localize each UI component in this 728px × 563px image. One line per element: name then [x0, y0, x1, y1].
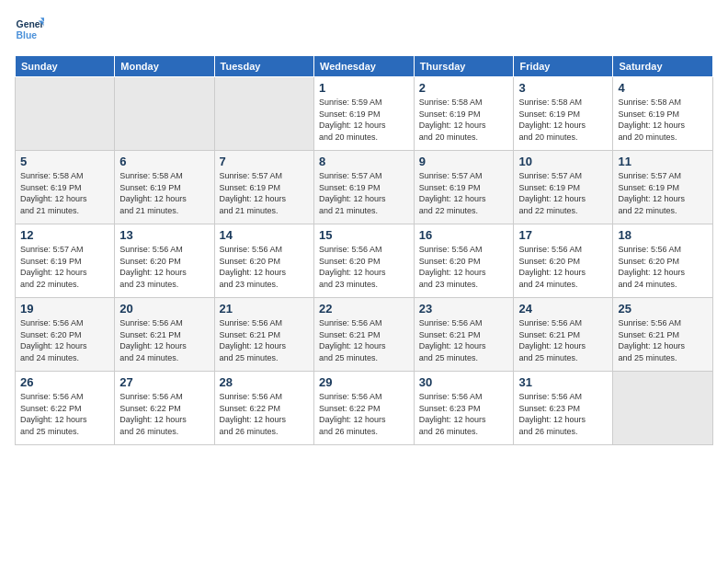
header-cell-tuesday: Tuesday	[214, 56, 313, 77]
day-detail: Sunrise: 5:56 AM Sunset: 6:21 PM Dayligh…	[518, 317, 608, 363]
day-number: 21	[220, 302, 309, 316]
day-cell: 20Sunrise: 5:56 AM Sunset: 6:21 PM Dayli…	[115, 298, 214, 372]
day-detail: Sunrise: 5:56 AM Sunset: 6:20 PM Dayligh…	[319, 244, 409, 290]
day-detail: Sunrise: 5:57 AM Sunset: 6:19 PM Dayligh…	[419, 170, 509, 216]
header-cell-monday: Monday	[115, 56, 214, 77]
day-cell: 6Sunrise: 5:58 AM Sunset: 6:19 PM Daylig…	[115, 151, 214, 224]
day-detail: Sunrise: 5:57 AM Sunset: 6:19 PM Dayligh…	[618, 170, 708, 216]
day-number: 28	[220, 375, 309, 389]
day-cell: 16Sunrise: 5:56 AM Sunset: 6:20 PM Dayli…	[414, 224, 514, 298]
day-cell: 23Sunrise: 5:56 AM Sunset: 6:21 PM Dayli…	[414, 298, 514, 372]
day-cell: 18Sunrise: 5:56 AM Sunset: 6:20 PM Dayli…	[613, 224, 713, 298]
day-number: 5	[20, 155, 109, 168]
day-detail: Sunrise: 5:57 AM Sunset: 6:19 PM Dayligh…	[518, 170, 608, 216]
day-detail: Sunrise: 5:58 AM Sunset: 6:19 PM Dayligh…	[518, 97, 608, 143]
logo: General Blue	[15, 15, 44, 44]
day-detail: Sunrise: 5:56 AM Sunset: 6:20 PM Dayligh…	[419, 244, 509, 290]
day-number: 31	[518, 375, 608, 389]
day-number: 2	[419, 81, 509, 95]
day-cell: 3Sunrise: 5:58 AM Sunset: 6:19 PM Daylig…	[514, 77, 613, 151]
day-cell: 22Sunrise: 5:56 AM Sunset: 6:21 PM Dayli…	[313, 298, 414, 372]
day-detail: Sunrise: 5:57 AM Sunset: 6:19 PM Dayligh…	[220, 170, 309, 216]
day-cell: 25Sunrise: 5:56 AM Sunset: 6:21 PM Dayli…	[613, 298, 713, 372]
day-number: 6	[119, 155, 209, 168]
week-row-3: 12Sunrise: 5:57 AM Sunset: 6:19 PM Dayli…	[16, 224, 713, 298]
week-row-2: 5Sunrise: 5:58 AM Sunset: 6:19 PM Daylig…	[16, 151, 713, 224]
day-detail: Sunrise: 5:58 AM Sunset: 6:19 PM Dayligh…	[618, 97, 708, 143]
day-cell: 15Sunrise: 5:56 AM Sunset: 6:20 PM Dayli…	[313, 224, 414, 298]
day-cell: 9Sunrise: 5:57 AM Sunset: 6:19 PM Daylig…	[414, 151, 514, 224]
day-detail: Sunrise: 5:56 AM Sunset: 6:22 PM Dayligh…	[119, 391, 209, 437]
day-cell: 10Sunrise: 5:57 AM Sunset: 6:19 PM Dayli…	[514, 151, 613, 224]
day-cell: 21Sunrise: 5:56 AM Sunset: 6:21 PM Dayli…	[214, 298, 313, 372]
svg-text:Blue: Blue	[17, 30, 38, 40]
day-detail: Sunrise: 5:58 AM Sunset: 6:19 PM Dayligh…	[419, 97, 509, 143]
day-number: 30	[419, 375, 509, 389]
day-number: 16	[419, 228, 509, 242]
day-detail: Sunrise: 5:56 AM Sunset: 6:23 PM Dayligh…	[518, 391, 608, 437]
header-cell-sunday: Sunday	[16, 56, 115, 77]
day-cell: 29Sunrise: 5:56 AM Sunset: 6:22 PM Dayli…	[313, 372, 414, 445]
day-cell: 14Sunrise: 5:56 AM Sunset: 6:20 PM Dayli…	[214, 224, 313, 298]
day-number: 14	[220, 228, 309, 242]
day-detail: Sunrise: 5:56 AM Sunset: 6:20 PM Dayligh…	[220, 244, 309, 290]
day-detail: Sunrise: 5:56 AM Sunset: 6:21 PM Dayligh…	[220, 317, 309, 363]
week-row-1: 1Sunrise: 5:59 AM Sunset: 6:19 PM Daylig…	[16, 77, 713, 151]
day-cell: 8Sunrise: 5:57 AM Sunset: 6:19 PM Daylig…	[313, 151, 414, 224]
day-number: 24	[518, 302, 608, 316]
day-detail: Sunrise: 5:56 AM Sunset: 6:20 PM Dayligh…	[518, 244, 608, 290]
day-cell: 7Sunrise: 5:57 AM Sunset: 6:19 PM Daylig…	[214, 151, 313, 224]
day-cell: 28Sunrise: 5:56 AM Sunset: 6:22 PM Dayli…	[214, 372, 313, 445]
day-number: 10	[518, 155, 608, 168]
header-cell-wednesday: Wednesday	[313, 56, 414, 77]
day-number: 29	[319, 375, 409, 389]
day-cell: 4Sunrise: 5:58 AM Sunset: 6:19 PM Daylig…	[613, 77, 713, 151]
day-number: 8	[319, 155, 409, 168]
week-row-5: 26Sunrise: 5:56 AM Sunset: 6:22 PM Dayli…	[16, 372, 713, 445]
day-cell: 11Sunrise: 5:57 AM Sunset: 6:19 PM Dayli…	[613, 151, 713, 224]
day-number: 9	[419, 155, 509, 168]
day-detail: Sunrise: 5:56 AM Sunset: 6:20 PM Dayligh…	[20, 317, 109, 363]
header-row: SundayMondayTuesdayWednesdayThursdayFrid…	[16, 56, 713, 77]
day-cell: 2Sunrise: 5:58 AM Sunset: 6:19 PM Daylig…	[414, 77, 514, 151]
day-number: 26	[20, 375, 109, 389]
day-detail: Sunrise: 5:56 AM Sunset: 6:22 PM Dayligh…	[319, 391, 409, 437]
day-detail: Sunrise: 5:58 AM Sunset: 6:19 PM Dayligh…	[119, 170, 209, 216]
day-cell: 27Sunrise: 5:56 AM Sunset: 6:22 PM Dayli…	[115, 372, 214, 445]
day-detail: Sunrise: 5:57 AM Sunset: 6:19 PM Dayligh…	[319, 170, 409, 216]
header-cell-saturday: Saturday	[613, 56, 713, 77]
day-detail: Sunrise: 5:56 AM Sunset: 6:20 PM Dayligh…	[618, 244, 708, 290]
day-number: 18	[618, 228, 708, 242]
day-detail: Sunrise: 5:56 AM Sunset: 6:21 PM Dayligh…	[319, 317, 409, 363]
day-cell	[613, 372, 713, 445]
day-detail: Sunrise: 5:58 AM Sunset: 6:19 PM Dayligh…	[20, 170, 109, 216]
day-number: 15	[319, 228, 409, 242]
day-cell: 24Sunrise: 5:56 AM Sunset: 6:21 PM Dayli…	[514, 298, 613, 372]
day-number: 4	[618, 81, 708, 95]
day-cell: 19Sunrise: 5:56 AM Sunset: 6:20 PM Dayli…	[16, 298, 115, 372]
day-number: 3	[518, 81, 608, 95]
logo-icon: General Blue	[15, 15, 44, 44]
day-detail: Sunrise: 5:56 AM Sunset: 6:21 PM Dayligh…	[419, 317, 509, 363]
day-cell: 30Sunrise: 5:56 AM Sunset: 6:23 PM Dayli…	[414, 372, 514, 445]
day-number: 17	[518, 228, 608, 242]
day-number: 27	[119, 375, 209, 389]
day-detail: Sunrise: 5:56 AM Sunset: 6:21 PM Dayligh…	[618, 317, 708, 363]
header-cell-thursday: Thursday	[414, 56, 514, 77]
day-cell: 17Sunrise: 5:56 AM Sunset: 6:20 PM Dayli…	[514, 224, 613, 298]
day-detail: Sunrise: 5:56 AM Sunset: 6:23 PM Dayligh…	[419, 391, 509, 437]
day-detail: Sunrise: 5:56 AM Sunset: 6:20 PM Dayligh…	[119, 244, 209, 290]
day-number: 13	[119, 228, 209, 242]
day-number: 11	[618, 155, 708, 168]
day-number: 7	[220, 155, 309, 168]
day-number: 20	[119, 302, 209, 316]
day-detail: Sunrise: 5:56 AM Sunset: 6:22 PM Dayligh…	[20, 391, 109, 437]
day-cell: 13Sunrise: 5:56 AM Sunset: 6:20 PM Dayli…	[115, 224, 214, 298]
day-number: 23	[419, 302, 509, 316]
day-cell	[16, 77, 115, 151]
page-header: General Blue	[15, 15, 713, 44]
day-number: 25	[618, 302, 708, 316]
day-detail: Sunrise: 5:57 AM Sunset: 6:19 PM Dayligh…	[20, 244, 109, 290]
header-cell-friday: Friday	[514, 56, 613, 77]
day-number: 19	[20, 302, 109, 316]
